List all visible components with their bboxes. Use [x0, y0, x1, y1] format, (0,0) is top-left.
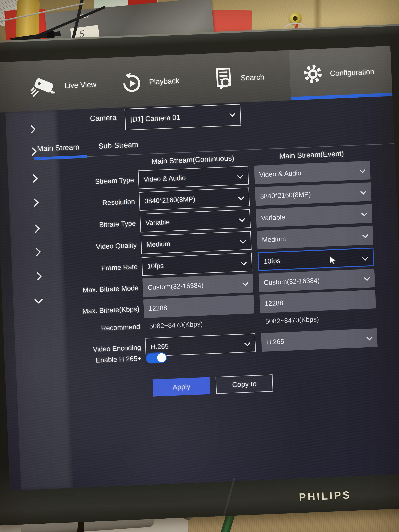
bitrate-type-select-continuous[interactable]: Variable	[140, 209, 251, 233]
field-value: 10fps	[259, 257, 280, 266]
max-bitrate-input-event: 12288	[260, 290, 376, 313]
gear-icon	[302, 63, 324, 85]
nav-label: Search	[241, 73, 265, 82]
sidebar-expand-chevron-icon[interactable]	[28, 147, 37, 156]
field-value: Custom(32-16384)	[143, 281, 204, 292]
field-value: Video & Audio	[139, 174, 186, 184]
field-label: Max. Bitrate(Kbps)	[58, 300, 140, 322]
nav-search[interactable]: Search	[211, 65, 265, 91]
stream-type-select-event: Video & Audio	[254, 161, 371, 184]
field-label: Frame Rate	[56, 257, 138, 279]
tab-sub-stream[interactable]: Sub-Stream	[98, 140, 138, 150]
field-label: Bitrate Type	[54, 214, 136, 236]
resolution-select-continuous[interactable]: 3840*2160(8MP)	[139, 187, 250, 211]
philips-monitor: Live View Playback	[0, 24, 399, 526]
field-value: Variable	[256, 213, 285, 222]
field-label: Resolution	[54, 192, 135, 214]
field-value: 5082~8470(Kbps)	[260, 315, 319, 325]
nav-live-view[interactable]: Live View	[30, 73, 97, 98]
bitrate-type-select-event: Variable	[256, 204, 372, 228]
chevron-down-icon	[360, 189, 366, 195]
mouse-cursor	[328, 254, 338, 266]
field-value: H.265	[261, 337, 285, 346]
field-value: H.265	[146, 342, 169, 351]
field-value: 10fps	[142, 262, 164, 271]
frame-rate-select-continuous[interactable]: 10fps	[142, 253, 253, 276]
field-value: Medium	[257, 235, 286, 244]
field-value: 3840*2160(8MP)	[255, 190, 311, 200]
nav-label: Configuration	[330, 67, 374, 77]
frame-rate-select-event[interactable]: 10fps	[258, 247, 374, 271]
nav-playback[interactable]: Playback	[120, 70, 180, 94]
max-bitrate-mode-select-event: Custom(32-16384)	[259, 269, 375, 292]
camera-select[interactable]: [D1] Camera 01	[124, 104, 241, 130]
field-label: Stream Type	[53, 171, 134, 193]
field-value: Variable	[140, 218, 170, 227]
toggle-knob	[157, 353, 166, 362]
video-quality-select-continuous[interactable]: Medium	[141, 231, 252, 254]
resolution-select-event: 3840*2160(8MP)	[255, 182, 372, 206]
chevron-down-icon	[241, 259, 247, 265]
bezel-seam	[223, 478, 235, 516]
max-bitrate-input-continuous: 12288	[143, 295, 254, 318]
chevron-down-icon	[237, 173, 243, 179]
chevron-down-icon	[244, 340, 250, 346]
enable-h265plus-toggle[interactable]	[146, 352, 167, 364]
copy-to-button[interactable]: Copy to	[215, 374, 273, 394]
chevron-down-icon	[364, 275, 370, 281]
field-label: Max. Bitrate Mode	[57, 279, 139, 301]
max-bitrate-mode-select-continuous: Custom(32-16384)	[142, 274, 253, 297]
field-value: Medium	[141, 240, 171, 249]
recommend-value-event: 5082~8470(Kbps)	[260, 311, 377, 327]
chevron-down-icon	[239, 216, 245, 222]
field-value: Video & Audio	[254, 169, 301, 179]
chevron-down-icon	[238, 194, 244, 200]
photo-of-monitor: ation 5 6 am Festivals (Casino Entrance)…	[0, 0, 399, 532]
nav-label: Live View	[64, 80, 96, 90]
chevron-down-icon	[361, 210, 367, 216]
nvr-ui-screen: Live View Playback	[0, 46, 399, 491]
chevron-down-icon	[366, 334, 372, 340]
nav-label: Playback	[149, 76, 179, 86]
nav-configuration[interactable]: Configuration	[302, 61, 375, 85]
playback-icon	[120, 71, 143, 94]
tab-main-stream[interactable]: Main Stream	[37, 143, 79, 153]
camera-select-value: [D1] Camera 01	[130, 113, 180, 123]
column-header-continuous: Main Stream(Continuous)	[138, 153, 248, 166]
chevron-down-icon	[242, 280, 248, 286]
monitor-brand-logo: PHILIPS	[281, 488, 369, 504]
camera-label: Camera	[69, 113, 117, 124]
chevron-down-icon	[362, 255, 368, 261]
field-label: Recommend	[59, 321, 140, 336]
recommend-value-continuous: 5082~8470(Kbps)	[144, 316, 255, 332]
search-icon	[211, 66, 235, 90]
chevron-down-icon	[240, 238, 246, 244]
field-value: 12288	[144, 304, 167, 313]
sidebar-expand-chevron-icon[interactable]	[27, 125, 36, 133]
top-navbar: Live View Playback	[0, 46, 393, 113]
apply-button[interactable]: Apply	[152, 377, 210, 397]
field-label: Video Quality	[55, 236, 137, 258]
chevron-down-icon	[359, 167, 365, 173]
field-value: 12288	[260, 299, 284, 308]
field-value: Custom(32-16384)	[259, 276, 320, 287]
stream-type-select-continuous[interactable]: Video & Audio	[138, 166, 249, 189]
cctv-camera-icon	[30, 75, 59, 98]
chevron-down-icon	[362, 232, 368, 238]
video-encoding-select-event: H.265	[261, 328, 378, 352]
video-quality-select-event: Medium	[257, 226, 373, 249]
chevron-down-icon	[229, 111, 235, 117]
field-value: 3840*2160(8MP)	[139, 195, 195, 205]
column-header-event: Main Stream(Event)	[253, 148, 370, 161]
field-value: 5082~8470(Kbps)	[144, 320, 203, 330]
